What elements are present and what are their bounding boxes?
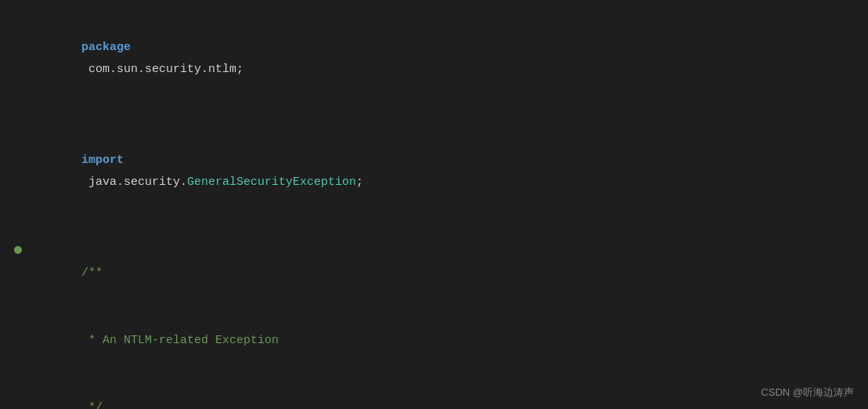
code-line-comment-start: /** [0,240,868,307]
line-content-import: import java.security.GeneralSecurityExce… [28,128,868,215]
code-line-empty-2 [0,216,868,240]
comment-end: */ [81,401,103,409]
line-content-empty-1 [28,104,868,126]
import-classname: GeneralSecurityException [187,176,356,189]
gutter-dot-comment [14,246,22,254]
watermark: CSDN @听海边涛声 [761,385,854,400]
import-semicolon: ; [356,176,363,189]
line-content-comment-body: * An NTLM-related Exception [28,308,868,374]
line-gutter-comment-start [0,246,28,254]
keyword-package: package [81,41,131,54]
keyword-import: import [81,154,124,167]
line-content-comment-end: */ [28,375,868,409]
code-line-comment-end: */ [0,375,868,409]
comment-body: * An NTLM-related Exception [81,334,279,347]
code-viewer: package com.sun.security.ntlm; import ja… [0,0,868,409]
code-line-comment-body: * An NTLM-related Exception [0,307,868,375]
comment-open: /** [81,266,103,280]
line-content-empty-2 [28,217,868,239]
code-line-1: package com.sun.security.ntlm; [0,14,868,103]
code-line-import: import java.security.GeneralSecurityExce… [0,127,868,216]
package-path: com.sun.security.ntlm; [81,63,243,76]
import-path: java.security. [81,176,187,189]
line-content-comment-start: /** [28,241,868,306]
line-content-1: package com.sun.security.ntlm; [28,15,868,103]
code-line-empty-1 [0,103,868,127]
